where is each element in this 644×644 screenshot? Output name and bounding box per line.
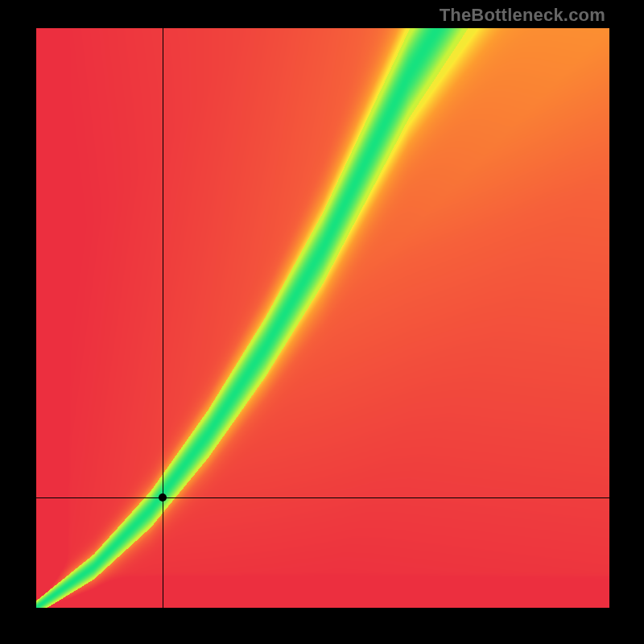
marker-dot <box>159 493 167 502</box>
crosshair-horizontal <box>36 497 609 498</box>
heatmap-canvas <box>36 28 609 608</box>
heatmap-plot <box>36 28 609 608</box>
crosshair-vertical <box>163 28 163 608</box>
watermark-text: TheBottleneck.com <box>440 5 605 26</box>
chart-container: TheBottleneck.com <box>0 0 644 644</box>
